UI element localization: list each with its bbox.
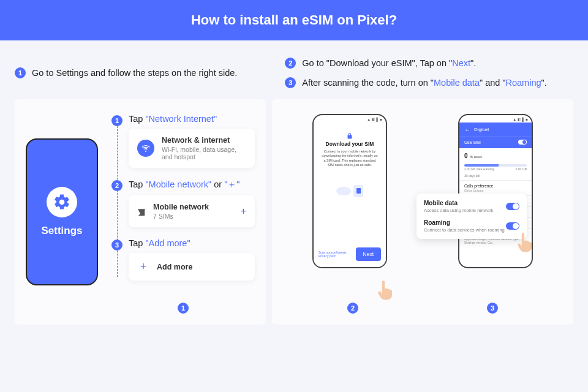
phone-frame: Settings — [26, 138, 98, 285]
card-mobile-sub: 7 SIMs — [153, 213, 209, 220]
network-internet-card[interactable]: Network & internet Wi-Fi, mobile, data u… — [129, 129, 255, 168]
instruction-2-text: Go to "Download your eSIM", Tap on "Next… — [302, 58, 476, 68]
use-sim-toggle[interactable] — [518, 140, 527, 145]
lock-icon — [346, 131, 353, 138]
step-2: 2 Tap "Mobile network" or "＋" Mobile net… — [111, 179, 255, 227]
settings-label: Settings — [41, 225, 82, 237]
usage-bar-labels: 2.00 GB data warning 2.00 GB — [459, 167, 532, 173]
mobile-data-sub: Access data using mobile network — [424, 208, 493, 213]
scan-link[interactable]: Scan source license. Privacy polic — [318, 251, 356, 258]
roaming-row[interactable]: Roaming Connect to data services when ro… — [424, 219, 519, 233]
panel-left: Settings 1 Tap "Network Internet" Netwo — [15, 99, 266, 325]
signal-icon — [137, 208, 146, 214]
step-badge-2: 2 — [285, 58, 296, 69]
step-2-label: Tap "Mobile network" or "＋" — [129, 179, 255, 190]
instruction-3: 3 After scanning the code, turn on "Mobi… — [285, 77, 573, 88]
sim-icon — [353, 185, 363, 197]
highlight-mobile-data: Mobile data — [434, 78, 480, 88]
steps-list: 1 Tap "Network Internet" Network & inter… — [111, 114, 255, 314]
panel-right-footer: 2 3 — [283, 303, 562, 314]
right-phones: ▲ ◧ ▌ ■ Download your SIM Connect to you… — [283, 114, 562, 289]
page-header: How to install an eSIM on Pixel? — [0, 0, 588, 40]
step-1-badge: 1 — [111, 115, 123, 126]
roaming-label: Roaming — [424, 219, 505, 226]
download-sim-title: Download your SIM — [318, 141, 381, 147]
roaming-sub: Connect to data services when roaming — [424, 227, 505, 233]
mobile-network-card[interactable]: Mobile network 7 SIMs + — [129, 195, 255, 227]
add-more-card[interactable]: + Add more — [129, 253, 255, 281]
step-2-badge: 2 — [111, 180, 123, 191]
hand-pointer-icon — [513, 229, 538, 254]
card-mobile-title: Mobile network — [153, 203, 209, 211]
instruction-2: 2 Go to "Download your eSIM", Tap on "Ne… — [285, 58, 573, 69]
card-addmore-title: Add more — [157, 263, 192, 271]
step-1: 1 Tap "Network Internet" Network & inter… — [111, 114, 255, 168]
step-3: 3 Tap "Add more" + Add more — [111, 238, 255, 281]
page-title: How to install an eSIM on Pixel? — [191, 12, 397, 28]
step-1-label: Tap "Network Internet" — [129, 114, 255, 124]
hand-pointer-icon — [374, 277, 398, 301]
instruction-3-text: After scanning the code, turn on "Mobile… — [302, 78, 546, 88]
step-3-badge: 3 — [111, 239, 123, 251]
toggle-callout-card: Mobile data Access data using mobile net… — [417, 194, 527, 239]
sim-illustration — [318, 185, 381, 197]
download-sim-desc: Connect to your mobile network by downlo… — [321, 149, 379, 168]
step-badge-1: 1 — [15, 67, 26, 78]
carrier-header: ← Digicel — [459, 123, 532, 137]
use-sim-row[interactable]: Use SIM — [459, 137, 532, 148]
panel-right: ▲ ◧ ▌ ■ Download your SIM Connect to you… — [272, 99, 573, 325]
back-icon[interactable]: ← — [464, 126, 470, 133]
instruction-1: 1 Go to Settings and follow the steps on… — [15, 58, 260, 88]
mobile-data-label: Mobile data — [424, 200, 493, 206]
step-badge-3: 3 — [285, 77, 296, 88]
cloud-icon — [336, 187, 351, 195]
wifi-icon — [137, 140, 154, 157]
phone-mock-2: ▲ ◧ ▌ ■ Download your SIM Connect to you… — [312, 114, 387, 268]
data-used: 0 B used — [459, 148, 532, 163]
carrier-name: Digicel — [474, 127, 489, 132]
plus-icon[interactable]: + — [241, 206, 246, 217]
top-instructions: 1 Go to Settings and follow the steps on… — [0, 40, 588, 99]
phone-mock-2-wrap: ▲ ◧ ▌ ■ Download your SIM Connect to you… — [312, 114, 387, 289]
panel-footer-badge-1: 1 — [178, 303, 189, 314]
statusbar: ▲ ◧ ▌ ■ — [314, 115, 386, 123]
step-3-label: Tap "Add more" — [129, 238, 255, 248]
card-network-sub: Wi-Fi, mobile, data usage, and hotspot — [162, 146, 246, 160]
card-network-title: Network & internet — [162, 136, 246, 145]
instruction-1-text: Go to Settings and follow the steps on t… — [32, 68, 237, 78]
statusbar: ▲ ◧ ▌ ■ — [459, 115, 532, 123]
highlight-roaming: Roaming — [506, 78, 541, 88]
next-button[interactable]: Next — [356, 247, 381, 261]
use-sim-label: Use SIM — [464, 140, 481, 145]
plus-icon: + — [137, 260, 149, 273]
highlight-next: Next — [452, 58, 470, 68]
settings-phone-mock: Settings — [26, 114, 98, 314]
mobile-data-row[interactable]: Mobile data Access data using mobile net… — [424, 200, 519, 213]
panel-footer-badge-3: 3 — [487, 303, 498, 314]
panel-footer-badge-2: 2 — [347, 303, 358, 314]
gear-icon — [47, 187, 77, 217]
mobile-data-toggle[interactable] — [506, 203, 519, 210]
panels: Settings 1 Tap "Network Internet" Netwo — [0, 99, 588, 325]
